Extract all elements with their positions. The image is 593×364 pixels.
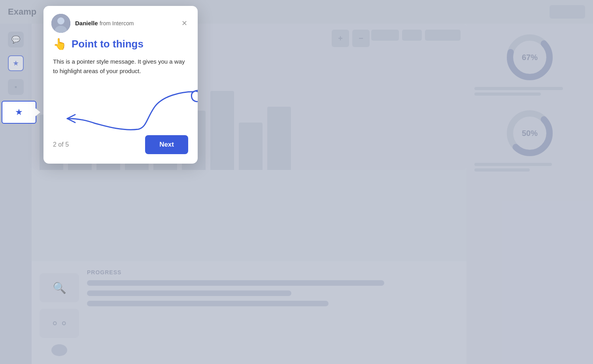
close-button[interactable]: ✕ bbox=[179, 18, 190, 29]
sender-from: from Intercom bbox=[100, 20, 134, 26]
svg-point-5 bbox=[57, 17, 64, 25]
next-button[interactable]: Next bbox=[145, 135, 188, 154]
sender-name: Danielle bbox=[75, 20, 98, 26]
pagination-text: 2 of 5 bbox=[53, 141, 69, 148]
popup-footer: 2 of 5 Next bbox=[43, 135, 198, 154]
popup-title-row: 👆 Point to things bbox=[43, 38, 198, 57]
avatar-image bbox=[51, 14, 70, 33]
arrow-illustration bbox=[43, 84, 198, 135]
popup-body: This is a pointer style message. It give… bbox=[43, 57, 198, 84]
sender-info: Danielle from Intercom bbox=[75, 20, 174, 27]
star-highlight-element: ★ bbox=[2, 101, 36, 124]
popup-title: Point to things bbox=[72, 38, 144, 50]
popup-header: Danielle from Intercom ✕ bbox=[43, 6, 198, 38]
popup-card: Danielle from Intercom ✕ 👆 Point to thin… bbox=[43, 6, 198, 164]
avatar bbox=[51, 14, 70, 33]
star-symbol: ★ bbox=[15, 107, 23, 117]
title-emoji: 👆 bbox=[53, 38, 67, 51]
